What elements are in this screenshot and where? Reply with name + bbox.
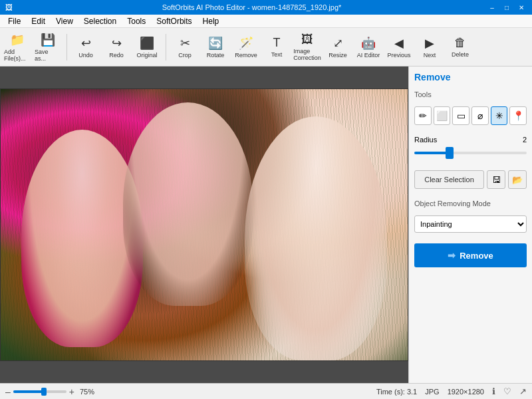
toolbar-btn-crop[interactable]: ✂Crop [170, 30, 200, 65]
statusbar-right: Time (s): 3.1 JPG 1920×1280 ℹ ♡ ↗ [376, 386, 527, 396]
zoom-level: 75% [80, 388, 94, 396]
zoom-slider-wrap: – + [5, 386, 74, 397]
zoom-thumb[interactable] [41, 388, 47, 396]
toolbar: 📁Add File(s)...💾Save as...↩Undo↪Redo⬛Ori… [0, 28, 532, 66]
magic-wand-tool[interactable]: ✳ [491, 106, 508, 125]
toolbar-btn-redo[interactable]: ↪Redo [102, 30, 131, 65]
person-right [245, 116, 387, 360]
titlebar: 🖼 SoftOrbits AI Photo Editor - women-148… [0, 0, 532, 15]
panel-title: Remove [414, 72, 527, 82]
toolbar-btn-rotate[interactable]: 🔄Rotate [201, 30, 230, 65]
format-label: JPG [425, 388, 439, 396]
zoom-minus-button[interactable]: – [5, 386, 11, 397]
toolbar-btn-remove[interactable]: 🪄Remove [231, 30, 261, 65]
remove-label: Remove [460, 251, 493, 261]
menu-item-file[interactable]: File [3, 15, 26, 27]
pencil-tool[interactable]: ✏ [414, 106, 432, 125]
radius-label: Radius [414, 136, 437, 144]
toolbar-btn-saveas[interactable]: 💾Save as... [33, 30, 63, 65]
radius-slider-wrap[interactable] [414, 152, 527, 154]
app-icon: 🖼 [5, 3, 13, 11]
zoom-plus-button[interactable]: + [69, 386, 74, 397]
info-icon[interactable]: ℹ [492, 386, 495, 396]
radius-track-fill [414, 152, 448, 154]
save-selection-icon: 🖫 [492, 175, 501, 185]
remove-arrow-icon: ➡ [448, 250, 456, 261]
mode-select[interactable]: InpaintingContent-AwareSimple [414, 215, 527, 233]
toolbar-btn-text[interactable]: TText [262, 30, 291, 65]
toolbar-btn-undo[interactable]: ↩Undo [71, 30, 100, 65]
tools-label: Tools [414, 90, 527, 98]
save-selection-button[interactable]: 🖫 [487, 170, 505, 189]
pin-tool[interactable]: 📍 [509, 106, 527, 125]
object-mode-label: Object Removing Mode [414, 200, 527, 207]
clear-selection-row: Clear Selection 🖫 📂 [414, 170, 527, 189]
radius-slider[interactable] [414, 152, 527, 154]
titlebar-controls: – □ ✕ [487, 2, 527, 13]
statusbar: – + 75% Time (s): 3.1 JPG 1920×1280 ℹ ♡ … [0, 383, 532, 399]
tools-row: ✏⬜▭⌀✳📍 [414, 106, 527, 125]
toolbar-btn-previous[interactable]: ◀Previous [384, 30, 414, 65]
radius-value: 2 [523, 136, 527, 144]
time-info: Time (s): 3.1 [376, 388, 417, 396]
toolbar-btn-delete[interactable]: 🗑Delete [446, 30, 475, 65]
zoom-fill [13, 390, 43, 393]
rect-select-tool[interactable]: ▭ [452, 106, 469, 125]
radius-row: Radius 2 [414, 136, 527, 144]
main-area: Remove Tools ✏⬜▭⌀✳📍 Radius 2 Clear Selec… [0, 66, 532, 383]
radius-thumb[interactable] [446, 147, 454, 159]
photo [0, 88, 408, 361]
lasso-tool[interactable]: ⌀ [471, 106, 489, 125]
photo-container [0, 66, 408, 383]
menu-item-view[interactable]: View [51, 15, 78, 27]
photo-background [1, 89, 408, 360]
share-icon[interactable]: ↗ [519, 386, 527, 396]
menu-item-edit[interactable]: Edit [26, 15, 51, 27]
toolbar-btn-aieditor[interactable]: 🤖AI Editor [354, 30, 383, 65]
menu-item-tools[interactable]: Tools [122, 15, 151, 27]
canvas-area[interactable] [0, 66, 408, 383]
titlebar-title: SoftOrbits AI Photo Editor - women-14878… [162, 3, 342, 11]
person-mid [123, 102, 253, 306]
toolbar-btn-resize[interactable]: ⤢Resize [323, 30, 352, 65]
toolbar-sep-2 [166, 34, 166, 61]
resolution-label: 1920×1280 [448, 388, 484, 396]
menubar: FileEditViewSelectionToolsSoftOrbitsHelp [0, 15, 532, 28]
toolbar-btn-original[interactable]: ⬛Original [132, 30, 162, 65]
toolbar-btn-addfiles[interactable]: 📁Add File(s)... [3, 30, 32, 65]
heart-icon[interactable]: ♡ [503, 386, 511, 396]
menu-item-softorbits[interactable]: SoftOrbits [151, 15, 197, 27]
close-button[interactable]: ✕ [516, 2, 527, 13]
statusbar-left: – + 75% [5, 386, 94, 397]
zoom-slider[interactable] [13, 390, 66, 393]
toolbar-btn-next[interactable]: ▶Next [415, 30, 444, 65]
clear-selection-button[interactable]: Clear Selection [414, 170, 484, 189]
maximize-button[interactable]: □ [501, 2, 512, 13]
toolbar-btn-imagecorrection[interactable]: 🖼Image Correction [293, 30, 322, 65]
eraser-tool[interactable]: ⬜ [434, 106, 451, 125]
load-selection-icon: 📂 [512, 175, 523, 185]
right-panel: Remove Tools ✏⬜▭⌀✳📍 Radius 2 Clear Selec… [408, 66, 532, 383]
minimize-button[interactable]: – [487, 2, 497, 13]
menu-item-selection[interactable]: Selection [78, 15, 122, 27]
load-selection-button[interactable]: 📂 [508, 170, 527, 189]
remove-button[interactable]: ➡ Remove [414, 243, 527, 267]
menu-item-help[interactable]: Help [198, 15, 225, 27]
toolbar-sep-1 [66, 34, 67, 61]
